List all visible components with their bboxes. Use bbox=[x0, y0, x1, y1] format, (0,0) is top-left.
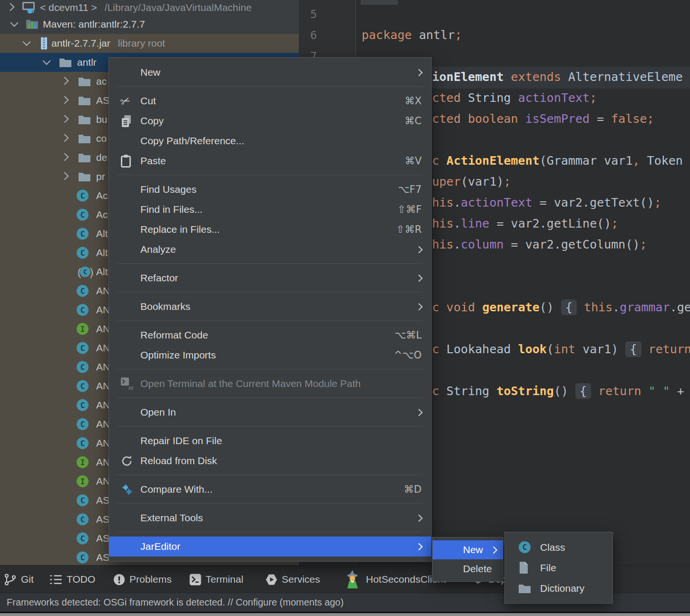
menu-item-reload-from-disk[interactable]: Reload from Disk bbox=[109, 451, 431, 471]
toolwindow-button-label: Problems bbox=[129, 574, 172, 585]
menu-item-repair-ide-on-file[interactable]: Repair IDE on File bbox=[109, 431, 431, 451]
menu-item-label: Class bbox=[540, 542, 605, 553]
code-token: . bbox=[453, 217, 461, 230]
code-line: ionElement extends AlternativeEleme bbox=[432, 67, 683, 88]
toolwindow-button-services[interactable]: Services bbox=[266, 566, 320, 593]
tree-item-label: AS bbox=[96, 495, 109, 506]
chevron-right-icon[interactable] bbox=[61, 172, 69, 180]
menu-item-copy[interactable]: Copy⌘C bbox=[109, 111, 431, 131]
tree-item-label: AN bbox=[96, 361, 110, 373]
compare-icon bbox=[120, 484, 134, 496]
menu-item-external-tools[interactable]: External Tools bbox=[109, 508, 431, 528]
chevron-right-icon[interactable] bbox=[61, 153, 69, 161]
menu-item-open-terminal-at-the-current-maven-module-path[interactable]: mOpen Terminal at the Current Maven Modu… bbox=[109, 374, 431, 394]
tree-item-label: AS bbox=[96, 514, 109, 525]
window-bottom-edge bbox=[0, 612, 690, 616]
menu-item-analyze[interactable]: Analyze bbox=[109, 239, 431, 259]
class-icon: C bbox=[76, 399, 89, 412]
class-icon: C bbox=[76, 247, 89, 259]
menu-item-label: Replace in Files... bbox=[140, 224, 396, 235]
menu-item-shortcut: ⌥F7 bbox=[398, 184, 422, 195]
menu-item-class[interactable]: CClass bbox=[505, 537, 612, 557]
tree-item-maven-antlr-antlr-2-7-7-1[interactable]: Maven: antlr:antlr:2.7.7 bbox=[0, 15, 299, 34]
menu-item-new[interactable]: New bbox=[433, 540, 503, 559]
class-icon: C bbox=[76, 532, 89, 545]
svg-text:C: C bbox=[522, 543, 527, 552]
code-token: void bbox=[446, 300, 482, 314]
new-submenu: CClassFileDictionary bbox=[504, 532, 613, 604]
code-token: . bbox=[453, 238, 461, 251]
menu-item-find-in-files[interactable]: Find in Files...⇧⌘F bbox=[109, 199, 431, 219]
chevron-right-icon[interactable] bbox=[7, 3, 15, 11]
code-token: extends bbox=[511, 70, 568, 84]
menu-item-find-usages[interactable]: Find Usages⌥F7 bbox=[109, 179, 431, 199]
menu-item-open-in[interactable]: Open In bbox=[109, 402, 431, 422]
menu-item-label: JarEditor bbox=[140, 541, 410, 552]
menu-item-dictionary[interactable]: Dictionary bbox=[505, 578, 612, 598]
menu-item-reformat-code[interactable]: Reformat Code⌥⌘L bbox=[109, 325, 431, 345]
menu-item-refactor[interactable]: Refactor bbox=[109, 268, 431, 288]
chevron-down-icon[interactable] bbox=[43, 57, 51, 65]
toolwindow-button-hotsecondsclient[interactable]: HotSecondsClient bbox=[344, 566, 446, 593]
menu-item-label: Delete bbox=[463, 563, 496, 575]
chevron-right-icon[interactable] bbox=[61, 77, 69, 85]
code-token: cted bbox=[432, 112, 468, 126]
code-line: cted boolean isSemPred = false; bbox=[432, 109, 654, 129]
menu-item-delete[interactable]: Delete bbox=[433, 559, 503, 578]
menu-item-optimize-imports[interactable]: Optimize Imports^⌥O bbox=[109, 345, 431, 365]
toolwindow-button-label: TODO bbox=[67, 574, 95, 585]
toolwindow-button-problems[interactable]: Problems bbox=[113, 566, 172, 593]
code-token: ; bbox=[455, 28, 462, 42]
code-token: Lookahead bbox=[446, 342, 518, 356]
menu-separator bbox=[109, 288, 431, 297]
code-token: ActionElement bbox=[446, 154, 540, 168]
context-menu: New✂Cut⌘XCopy⌘CCopy Path/Reference...Pas… bbox=[108, 57, 432, 562]
menu-item-new[interactable]: New bbox=[109, 62, 431, 82]
folder-icon bbox=[78, 95, 91, 106]
menu-item-replace-in-files[interactable]: Replace in Files...⇧⌘R bbox=[109, 219, 431, 239]
code-token: return bbox=[649, 342, 690, 356]
tree-item-label: co bbox=[96, 133, 107, 144]
toolwindow-button-git[interactable]: Git bbox=[4, 566, 34, 593]
chevron-down-icon[interactable] bbox=[10, 19, 19, 27]
menu-item-file[interactable]: File bbox=[505, 557, 612, 578]
toolwindow-button-todo[interactable]: TODO bbox=[49, 566, 95, 593]
scissors-icon: ✂ bbox=[120, 94, 130, 108]
toolwindow-button-terminal[interactable]: Terminal bbox=[189, 566, 243, 593]
terminal-m-icon: m bbox=[120, 377, 134, 390]
code-line: c void generate() { this.grammar.ge bbox=[432, 297, 690, 318]
menu-item-copy-path-reference[interactable]: Copy Path/Reference... bbox=[109, 131, 431, 151]
code-token: uper bbox=[432, 175, 461, 189]
scrollbar-thumb[interactable] bbox=[361, 0, 398, 5]
menu-separator bbox=[109, 471, 431, 479]
menu-item-compare-with[interactable]: Compare With...⌘D bbox=[109, 479, 431, 499]
code-token: AlternativeEleme bbox=[568, 70, 683, 84]
submenu-arrow-icon bbox=[415, 274, 423, 282]
tree-item-label: AN bbox=[96, 342, 110, 354]
chevron-right-icon[interactable] bbox=[61, 115, 69, 123]
git-icon bbox=[4, 573, 17, 586]
code-token: package bbox=[362, 28, 419, 42]
tree-item-label: AN bbox=[96, 418, 110, 430]
tree-item-antlr-2-7-7-jar-2[interactable]: antlr-2.7.7.jarlibrary root bbox=[0, 34, 299, 53]
menu-item-cut[interactable]: ✂Cut⌘X bbox=[109, 91, 431, 111]
code-token: ( bbox=[540, 154, 547, 168]
tree-item-label: antlr bbox=[77, 57, 97, 68]
menu-separator bbox=[109, 394, 431, 402]
menu-item-bookmarks[interactable]: Bookmarks bbox=[109, 297, 431, 317]
menu-item-paste[interactable]: Paste⌘V bbox=[109, 151, 431, 171]
class-icon: C bbox=[76, 551, 89, 564]
chevron-right-icon[interactable] bbox=[61, 96, 69, 104]
code-token: () bbox=[540, 300, 561, 314]
svg-text:C: C bbox=[80, 534, 85, 543]
menu-item-jareditor[interactable]: JarEditor bbox=[109, 537, 431, 556]
code-token: this bbox=[584, 300, 612, 314]
tree-item-label: Alt bbox=[96, 228, 108, 239]
menu-item-label: Cut bbox=[140, 95, 405, 107]
chevron-right-icon[interactable] bbox=[61, 134, 69, 142]
svg-text:): ) bbox=[90, 266, 93, 278]
status-message[interactable]: Frameworks detected: OSGi framework is d… bbox=[7, 597, 344, 608]
chevron-down-icon[interactable] bbox=[23, 38, 31, 46]
tree-item-label: AS bbox=[96, 552, 109, 563]
menu-item-shortcut: ⌘X bbox=[405, 95, 422, 107]
